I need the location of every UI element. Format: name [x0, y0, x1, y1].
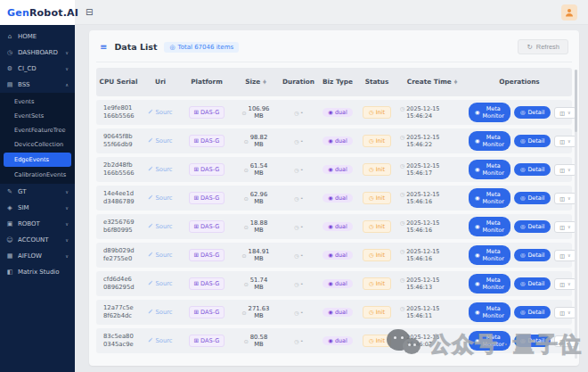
column-label: Create Time	[407, 78, 452, 86]
uri-link[interactable]: Sourc	[148, 223, 172, 230]
more-actions-dropdown[interactable]: ◫∨	[554, 335, 576, 347]
detail-button[interactable]: ◎Detail	[514, 106, 551, 119]
chevron-down-icon: ∨	[568, 167, 571, 172]
status-badge: ◷Init	[363, 106, 391, 119]
dashboard-icon: ◷	[6, 49, 13, 56]
dot-icon: ◉	[328, 252, 333, 259]
grid-icon: ⊞	[194, 166, 200, 173]
sidebar-item-bss[interactable]: ▤BSS∧	[0, 77, 75, 93]
table-header-row: CPU SerialUriPlatformSize▲▼DurationBiz T…	[96, 68, 572, 96]
size-cell: ⊙61.54MB	[233, 162, 278, 178]
detail-button[interactable]: ◎Detail	[514, 135, 551, 147]
scrollbar-thumb[interactable]	[575, 70, 577, 132]
sidebar-subitem-eventsets[interactable]: EventSets	[0, 109, 75, 123]
sidebar-item-sim[interactable]: ◈SIM∨	[0, 200, 75, 216]
uri-link[interactable]: Sourc	[148, 166, 172, 173]
sidebar-item-robot[interactable]: ▣ROBOT∨	[0, 216, 75, 232]
more-actions-dropdown[interactable]: ◫∨	[554, 107, 576, 119]
more-actions-dropdown[interactable]: ◫∨	[554, 164, 576, 176]
uri-label: Sourc	[155, 337, 172, 344]
detail-button[interactable]: ◎Detail	[514, 220, 551, 233]
sidebar-collapse-icon[interactable]: ⊟	[86, 7, 93, 17]
more-actions-dropdown[interactable]: ◫∨	[554, 250, 576, 261]
sidebar-item-aiflow[interactable]: ▦AIFLOW∨	[0, 248, 75, 264]
duration-cell: ◷-	[278, 252, 319, 259]
meta-monitor-button[interactable]: ◉Meta Monitor	[469, 103, 510, 122]
meta-monitor-button[interactable]: ◉Meta Monitor	[469, 302, 510, 322]
uri-link[interactable]: Sourc	[148, 280, 172, 287]
uri-link[interactable]: Sourc	[148, 309, 172, 316]
sidebar-subitem-devicecollection[interactable]: DeviceCollection	[0, 137, 75, 152]
meta-monitor-button[interactable]: ◉Meta Monitor	[469, 245, 510, 265]
sidebar-subitem-edgeevents[interactable]: EdgeEvents	[4, 153, 71, 167]
sidebar-item-matrix-studio[interactable]: ◧Matrix Studio	[0, 264, 75, 280]
matrix-studio-icon: ◧	[6, 269, 13, 276]
detail-button[interactable]: ◎Detail	[514, 306, 551, 318]
meta-monitor-label: Meta Monitor	[483, 248, 504, 262]
meta-monitor-button[interactable]: ◉Meta Monitor	[469, 188, 510, 208]
sort-icon[interactable]: ▲▼	[263, 80, 265, 85]
size-value-block: 80.58MB	[250, 334, 267, 349]
pencil-icon	[148, 166, 153, 173]
create-time-cell: ◷2025-12-15 15:46:22	[397, 134, 467, 149]
column-header-platform: Platform	[180, 78, 233, 86]
sidebar-subitem-eventfeaturetree[interactable]: EventFeatureTree	[0, 123, 75, 137]
grid-icon: ⊞	[194, 223, 200, 230]
sort-icon[interactable]: ▲▼	[454, 80, 457, 85]
vertical-scrollbar[interactable]	[575, 70, 577, 359]
more-actions-dropdown[interactable]: ◫∨	[554, 221, 576, 233]
sidebar-item-account[interactable]: ☺ACCOUNT∨	[0, 232, 75, 248]
meta-monitor-button[interactable]: ◉Meta Monitor	[469, 331, 510, 351]
status-label: Init	[376, 280, 385, 287]
dot-icon: ◉	[328, 194, 333, 202]
size-unit: MB	[250, 341, 267, 348]
eye-icon: ◎	[520, 309, 526, 316]
uri-link[interactable]: Sourc	[148, 194, 172, 202]
meta-monitor-button[interactable]: ◉Meta Monitor	[469, 217, 510, 236]
table-row: d89b029dfe2755e0Sourc⊞DAS-G⊙184.91MB◷-◉d…	[96, 243, 572, 268]
table-body: 1e9fe801166b5566Sourc⊞DAS-G⊙106.96MB◷-◉d…	[96, 100, 572, 353]
detail-button[interactable]: ◎Detail	[514, 192, 551, 204]
detail-button[interactable]: ◎Detail	[514, 277, 551, 290]
biz-type-cell: ◉dual	[319, 165, 356, 174]
biz-type-cell: ◉dual	[319, 251, 356, 260]
more-actions-dropdown[interactable]: ◫∨	[554, 307, 576, 318]
uri-link[interactable]: Sourc	[148, 109, 172, 116]
app-logo[interactable]: GenRobot.AI	[0, 0, 75, 25]
size-icon: ⊙	[244, 195, 249, 202]
platform-badge: ⊞DAS-G	[189, 163, 225, 176]
refresh-button[interactable]: ↻ Refresh	[518, 39, 568, 54]
clock-icon: ◷	[400, 277, 404, 284]
chevron-down-icon: ∨	[568, 138, 571, 144]
detail-button[interactable]: ◎Detail	[514, 163, 551, 176]
clock-icon: ◷	[369, 223, 374, 230]
column-header-create-time[interactable]: Create Time▲▼	[397, 78, 467, 86]
more-actions-dropdown[interactable]: ◫∨	[554, 278, 576, 290]
user-avatar[interactable]	[561, 4, 577, 21]
main-area: ⊟ Home/BSS/EdgeEvents ≡ Data List ◎ Tota…	[75, 0, 588, 372]
uri-link[interactable]: Sourc	[148, 337, 172, 344]
meta-monitor-button[interactable]: ◉Meta Monitor	[469, 131, 510, 151]
meta-monitor-button[interactable]: ◉Meta Monitor	[469, 160, 510, 179]
meta-monitor-button[interactable]: ◉Meta Monitor	[469, 274, 510, 293]
sidebar-item-dashboard[interactable]: ◷DASHBOARD∨	[0, 45, 75, 61]
sidebar-item-ci-cd[interactable]: ⚙CI_CD∨	[0, 61, 75, 77]
sidebar-subitem-calibrationevents[interactable]: CalibrationEvents	[0, 168, 75, 182]
more-actions-dropdown[interactable]: ◫∨	[554, 193, 576, 204]
column-header-size[interactable]: Size▲▼	[233, 78, 278, 86]
biz-type-badge: ◉dual	[323, 194, 352, 203]
detail-button[interactable]: ◎Detail	[514, 249, 551, 261]
size-value-block: 98.82MB	[250, 134, 267, 149]
uri-link[interactable]: Sourc	[148, 252, 172, 259]
debug-icon: ◫	[559, 167, 565, 173]
sidebar-subitem-events[interactable]: Events	[0, 95, 75, 109]
uri-link[interactable]: Sourc	[148, 137, 172, 145]
sidebar-item-gt[interactable]: ✎GT∨	[0, 184, 75, 200]
more-actions-dropdown[interactable]: ◫∨	[554, 136, 576, 147]
dot-icon: ◉	[328, 137, 333, 145]
detail-button[interactable]: ◎Detail	[514, 335, 551, 347]
sidebar-item-home[interactable]: ⌂HOME	[0, 29, 75, 45]
clock-icon: ◷	[400, 305, 404, 312]
platform-badge: ⊞DAS-G	[189, 192, 225, 204]
size-icon: ⊙	[244, 224, 249, 230]
